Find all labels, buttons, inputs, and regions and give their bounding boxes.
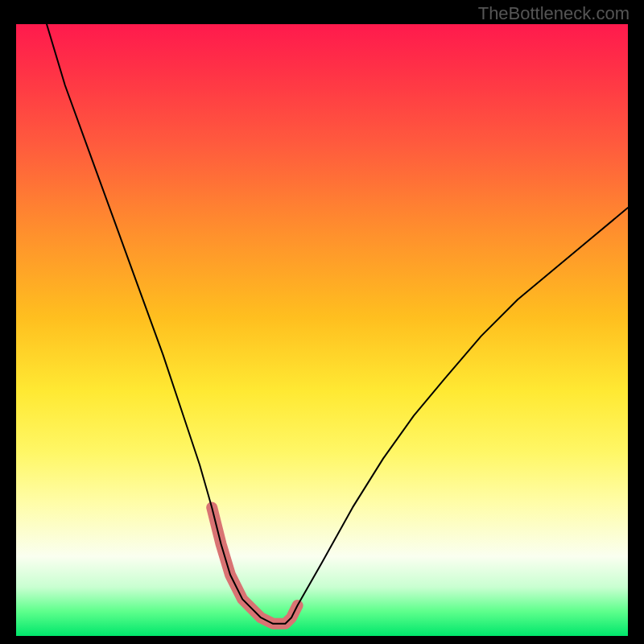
bottleneck-curve: [47, 24, 628, 624]
sweet-spot-highlight: [212, 507, 297, 623]
chart-plot-area: [16, 24, 628, 636]
chart-svg: [16, 24, 628, 636]
watermark-text: TheBottleneck.com: [478, 3, 630, 24]
